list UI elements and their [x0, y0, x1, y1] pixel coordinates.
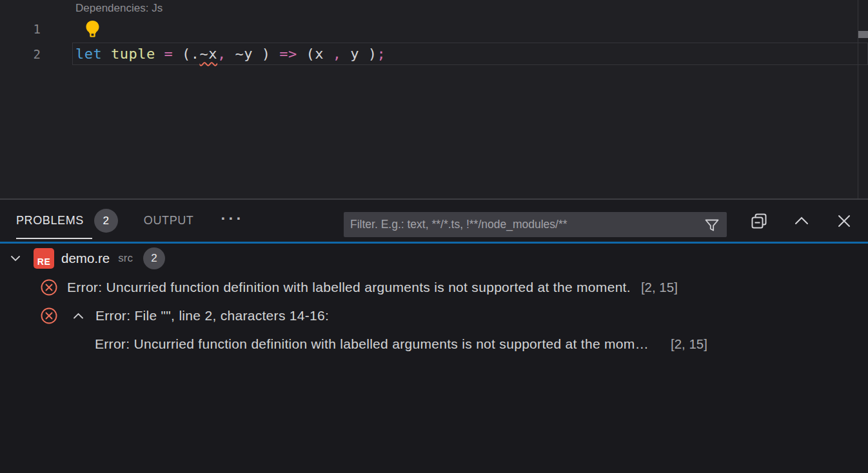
code-token-keyword: let — [75, 46, 102, 62]
code-token-operator: = — [164, 46, 173, 62]
problem-message: Error: Uncurried function definition wit… — [67, 280, 631, 295]
tab-problems-label: PROBLEMS — [16, 214, 84, 227]
problem-position: [2, 15] — [641, 280, 678, 295]
line-number-2: 2 — [0, 47, 41, 61]
code-token-arrow: => — [279, 46, 297, 62]
panel-tabs: PROBLEMS 2 OUTPUT ··· — [16, 200, 244, 242]
codelens-link[interactable]: Dependencies: Js — [75, 2, 163, 15]
chevron-down-icon[interactable] — [8, 251, 23, 265]
more-tabs-button[interactable]: ··· — [221, 212, 244, 230]
problems-filter-input[interactable] — [350, 218, 704, 231]
problem-message: Error: File "", line 2, characters 14-16… — [95, 308, 329, 323]
problems-filter-box[interactable] — [344, 212, 727, 237]
problem-message: Error: Uncurried function definition wit… — [95, 336, 649, 352]
line-number-1: 1 — [0, 22, 41, 36]
file-name: demo.re — [61, 251, 110, 266]
maximize-panel-button[interactable] — [792, 211, 811, 231]
reason-file-icon: RE — [34, 248, 54, 269]
close-icon — [839, 216, 849, 226]
chevron-up-icon — [796, 218, 807, 224]
problem-related-row[interactable]: Error: Uncurried function definition wit… — [0, 330, 868, 358]
collapse-chevron-icon[interactable] — [70, 308, 86, 324]
file-path: src — [118, 252, 133, 265]
panel-action-buttons — [749, 200, 854, 242]
tab-problems[interactable]: PROBLEMS 2 — [16, 209, 118, 233]
scrollbar-handle[interactable] — [858, 31, 868, 38]
error-icon — [40, 278, 58, 296]
file-problem-count-badge: 2 — [143, 247, 165, 269]
code-editor[interactable]: Dependencies: Js 1 2 let tuple = (.~x, ~… — [0, 0, 868, 198]
panel-header: PROBLEMS 2 OUTPUT ··· — [0, 200, 868, 242]
problem-file-row[interactable]: RE demo.re src 2 — [0, 244, 868, 273]
active-tab-underline — [16, 238, 92, 239]
code-token-function-name: tuple — [111, 46, 155, 62]
problems-count-badge: 2 — [94, 209, 118, 233]
problems-tree: RE demo.re src 2 Error: Uncurried functi… — [0, 244, 868, 473]
code-line-current[interactable]: let tuple = (.~x, ~y ) => (x , y ); — [72, 43, 868, 65]
restore-panel-button[interactable] — [749, 211, 769, 231]
error-icon — [40, 307, 58, 325]
problem-row[interactable]: Error: File "", line 2, characters 14-16… — [0, 302, 868, 330]
close-panel-button[interactable] — [834, 211, 854, 231]
tab-output-label: OUTPUT — [144, 214, 194, 227]
lightbulb-icon[interactable] — [84, 20, 101, 37]
tab-output[interactable]: OUTPUT — [144, 214, 194, 227]
scrollbar-track — [858, 0, 858, 198]
problem-row[interactable]: Error: Uncurried function definition wit… — [0, 273, 868, 302]
problem-position: [2, 15] — [671, 336, 707, 352]
code-token-error-squiggle: ~x — [199, 46, 217, 62]
filter-funnel-icon[interactable] — [704, 217, 720, 233]
